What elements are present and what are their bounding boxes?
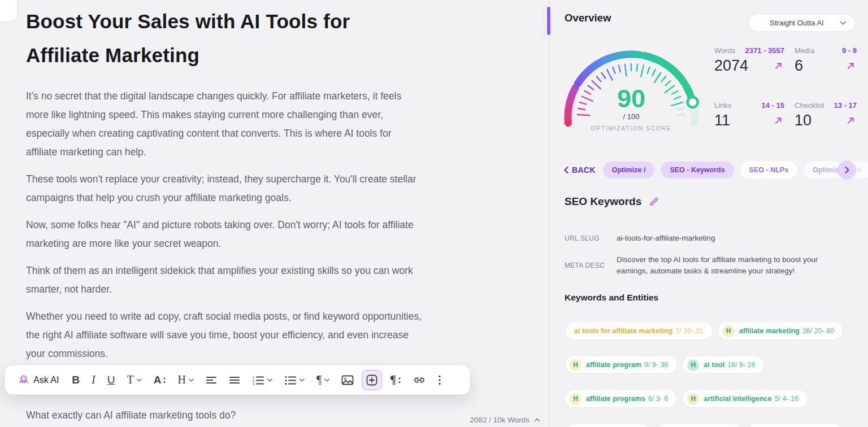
url-slug-value: ai-tools-for-affiliate-marketing <box>617 233 715 244</box>
dropdown-selected-value: Straight Outta AI <box>770 19 823 27</box>
chevron-right-icon <box>845 167 849 173</box>
content-stats: Words2371 - 3557 2074 Media9 - 9 6 Links… <box>714 46 857 129</box>
ask-ai-button[interactable]: Ask AI <box>13 370 64 390</box>
stat-target-range: 2371 - 3557 <box>745 46 784 55</box>
stat-target-range: 9 - 9 <box>842 46 857 55</box>
text-style-button[interactable]: T <box>123 370 146 390</box>
chevron-down-icon <box>324 378 329 382</box>
increase-arrow-icon[interactable] <box>846 116 856 125</box>
stat-label: Media <box>795 46 814 55</box>
increase-arrow-icon[interactable] <box>846 61 856 71</box>
chevron-down-icon <box>267 378 272 382</box>
stat-label: Checklist <box>795 101 824 110</box>
paragraph[interactable]: These tools won't replace your creativit… <box>26 170 423 207</box>
document-editor: Boost Your Sales with AI Tools for Affil… <box>0 0 544 427</box>
ask-ai-label: Ask AI <box>33 375 59 385</box>
back-button[interactable]: BACK <box>564 165 596 175</box>
overview-panel: Overview Straight Outta AI 90 / 100 OPTI… <box>544 0 868 427</box>
insert-image-button[interactable] <box>337 370 358 390</box>
keyword-chip[interactable]: H ai tools 13/ 7- 17 <box>566 424 650 427</box>
underline-button[interactable]: U <box>103 370 119 390</box>
align-left-button[interactable] <box>202 370 221 390</box>
optimization-score-gauge: 90 / 100 OPTIMIZATION SCORE <box>553 44 723 141</box>
word-count-toggle[interactable]: 2082 / 10k Words <box>470 416 540 424</box>
stat-value: 6 <box>795 57 803 75</box>
panel-title: Overview <box>565 12 611 24</box>
link-icon <box>413 374 426 386</box>
panel-scrollbar-thumb[interactable] <box>547 7 550 35</box>
more-options-button[interactable] <box>434 370 445 390</box>
align-left-icon <box>206 374 217 386</box>
stat-target-range: 14 - 15 <box>762 101 784 110</box>
paragraph-options-button[interactable]: ¶ <box>386 370 405 390</box>
keyword-chip[interactable]: H affiliate program 9/ 9- 36 <box>566 356 676 373</box>
increase-arrow-icon[interactable] <box>774 116 783 125</box>
panel-scrollbar-track <box>549 0 550 427</box>
ordered-list-icon: 123 <box>252 374 264 386</box>
justify-button[interactable] <box>225 370 244 390</box>
image-icon <box>341 374 354 386</box>
keyword-chip[interactable]: H affiliate programs 6/ 3- 6 <box>566 390 676 407</box>
stat-label: Words <box>714 46 735 55</box>
stat-target-range: 13 - 17 <box>834 101 857 110</box>
paragraph[interactable]: Now, some folks hear "AI" and picture ro… <box>26 216 423 253</box>
bullet-list-button[interactable] <box>280 370 309 390</box>
chevron-left-icon <box>564 167 568 173</box>
paragraph[interactable]: It's no secret that the digital landscap… <box>26 87 423 162</box>
tab-seo-keywords[interactable]: SEO - Keywords <box>661 162 734 178</box>
heading-badge: H <box>570 393 581 405</box>
document-body[interactable]: Boost Your Sales with AI Tools for Affil… <box>0 0 544 427</box>
stat-value: 10 <box>795 112 811 129</box>
paragraph[interactable]: Think of them as an intelligent sidekick… <box>26 262 423 299</box>
tab-optimization[interactable]: Optimization A <box>804 162 868 178</box>
keywords-entities-heading: Keywords and Entities <box>565 293 658 303</box>
stat-checklist: Checklist13 - 17 10 <box>795 101 857 129</box>
heading-button[interactable]: H <box>173 370 197 390</box>
back-label: BACK <box>572 165 596 175</box>
document-title[interactable]: Boost Your Sales with AI Tools for Affil… <box>26 5 416 72</box>
tab-seo-nlps[interactable]: SEO - NLPs <box>740 162 797 178</box>
keyword-chips: ai tools for affiliate marketing 7/ 10- … <box>566 323 857 427</box>
increase-arrow-icon[interactable] <box>774 61 783 71</box>
plus-square-icon <box>366 374 377 386</box>
meta-desc-label: META DESC <box>565 262 617 269</box>
optimization-score-max: / 100 <box>553 112 709 121</box>
svg-text:3: 3 <box>253 382 255 385</box>
meta-desc-value: Discover the top AI tools for affiliate … <box>617 254 838 277</box>
tabs-next-button[interactable] <box>838 161 856 178</box>
link-button[interactable] <box>409 370 430 390</box>
two-dots-icon <box>163 376 166 384</box>
italic-button[interactable]: I <box>88 370 99 390</box>
bullet-list-icon <box>284 374 297 386</box>
optimization-score-value: 90 <box>553 86 709 112</box>
chevron-down-icon <box>189 378 194 382</box>
edit-pencil-icon[interactable] <box>648 196 659 207</box>
stat-words: Words2371 - 3557 2074 <box>714 46 784 75</box>
keyword-chip[interactable]: H ai affiliate 5/ 3- 8 <box>657 424 741 427</box>
ordered-list-button[interactable]: 123 <box>248 370 276 390</box>
insert-block-button[interactable] <box>362 370 382 390</box>
tab-optimize[interactable]: Optimize / <box>603 162 655 178</box>
heading-badge: H <box>687 393 699 405</box>
keyword-chip[interactable]: ai tools for affiliate marketing 7/ 10- … <box>566 323 712 339</box>
stat-label: Links <box>714 101 731 110</box>
bold-button[interactable]: B <box>68 370 84 390</box>
letter-case-button[interactable]: A <box>150 370 170 390</box>
paragraph-button[interactable]: ¶ <box>313 370 333 390</box>
two-dots-icon <box>398 376 401 384</box>
word-count-text: 2082 / 10k Words <box>470 416 530 424</box>
paragraph-question[interactable]: What exactly can AI affiliate marketing … <box>26 406 470 425</box>
content-mode-dropdown[interactable]: Straight Outta AI <box>748 14 856 32</box>
stat-value: 11 <box>714 112 730 129</box>
heading-badge: H <box>570 359 581 371</box>
stat-links: Links14 - 15 11 <box>714 101 784 129</box>
optimization-score-caption: OPTIMIZATION SCORE <box>553 125 709 132</box>
chevron-down-icon <box>137 378 142 382</box>
keyword-chip[interactable]: H ai tool 18/ 9- 26 <box>683 356 763 373</box>
kebab-menu-icon <box>438 374 441 386</box>
paragraph[interactable]: Whether you need to write ad copy, craft… <box>26 307 423 363</box>
keyword-chip[interactable]: H ad campaign 1/ 1- 4 <box>748 424 843 427</box>
keyword-chip[interactable]: H affiliate marketing 26/ 20- 80 <box>719 323 843 339</box>
heading-badge: H <box>723 325 735 337</box>
keyword-chip[interactable]: H artificial intelligence 5/ 4- 16 <box>683 390 807 407</box>
